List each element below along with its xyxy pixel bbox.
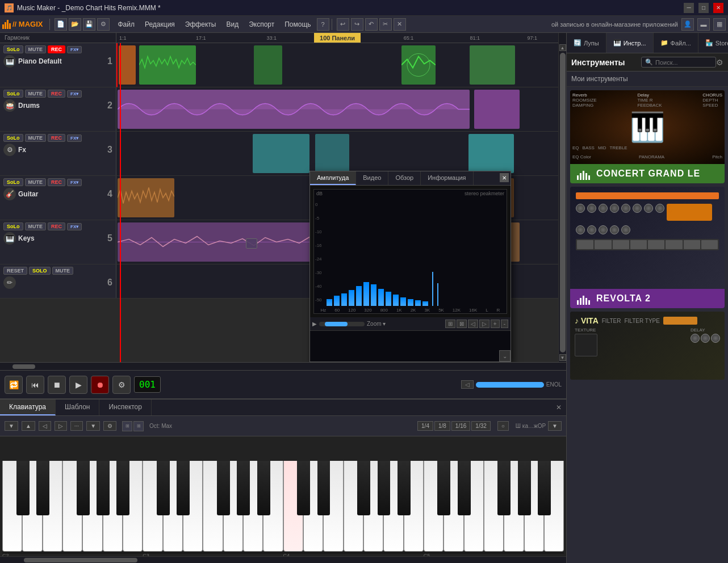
kb-arrow-up[interactable]: ▲ [22,421,35,431]
clip-2a[interactable] [118,90,470,129]
black-key-0[interactable] [16,461,30,515]
track-rec-1[interactable]: REC [48,45,65,53]
note-len-1-8[interactable]: 1/8 [434,421,450,431]
black-key-21[interactable] [437,461,450,515]
keyboard-close-button[interactable]: ✕ [551,400,566,415]
clip-1a[interactable] [119,45,136,85]
kb-dropdown[interactable]: ▼ [86,421,100,431]
track-mute-6[interactable]: MUTE [52,267,74,275]
clip-1d[interactable] [401,45,436,85]
track-rec-3[interactable]: REC [48,134,65,142]
undo-alt-button[interactable]: ↩ [337,18,349,31]
kb-arrow-down[interactable]: ▼ [5,421,18,431]
h-scroll-bar[interactable] [0,362,566,370]
analyzer-btn-1[interactable]: ⊞ [445,320,455,328]
track-mute-4[interactable]: MUTE [25,178,47,186]
kb-ellipsis[interactable]: ··· [70,421,83,431]
search-box[interactable]: 🔍 [641,57,716,68]
clip-5b-small[interactable] [246,238,257,249]
piano-hscroll-thumb[interactable] [24,558,137,562]
chord-dropdown[interactable]: ▼ [548,421,562,431]
view-icon-2[interactable]: ▦ [713,18,726,31]
clip-3b[interactable] [315,134,349,173]
record-mode-btn[interactable]: ○ [497,421,509,431]
tab-template[interactable]: Шаблон [56,400,99,415]
redo-button[interactable]: ↪ [351,18,363,31]
search-input[interactable] [655,59,712,66]
tab-files[interactable]: 📁 Файл... [654,33,698,53]
save-button[interactable]: 💾 [83,18,95,31]
settings-button[interactable]: ⚙ [97,18,110,31]
track-mute-5[interactable]: MUTE [25,222,47,230]
kb-left[interactable]: ◁ [39,421,51,431]
track-solo-6[interactable]: SOLO [29,267,51,275]
scroll-left-button[interactable]: ◁ [461,380,474,389]
help-icon[interactable]: ? [317,18,329,31]
instrument-vita[interactable]: ♪ VITA FILTER FILTER TYPE TEXTURE DEL [570,312,725,380]
black-key-10[interactable] [217,461,230,515]
settings-gear-icon[interactable]: ⚙ [716,58,723,67]
tab-store[interactable]: 🏪 Store [698,33,728,53]
tab-instruments[interactable]: 🎹 Инстр... [606,33,654,53]
menu-effects[interactable]: Эффекты [181,19,221,30]
kb-right[interactable]: ▷ [55,421,67,431]
analyzer-btn-2[interactable]: ⊠ [457,320,467,328]
tab-info[interactable]: Информация [421,171,473,185]
open-button[interactable]: 📂 [69,18,81,31]
clip-3c[interactable] [468,134,514,173]
note-len-1-4[interactable]: 1/4 [417,421,433,431]
menu-edit[interactable]: Редакция [140,19,179,30]
track-solo-3[interactable]: SoLo [3,134,23,142]
h-scroll-thumb[interactable] [12,364,35,369]
analyzer-btn-3[interactable]: ◁ [468,320,478,328]
track-fx-5[interactable]: FX▾ [67,223,82,230]
play-button[interactable]: ▶ [69,376,87,394]
clip-4a[interactable] [118,178,174,217]
black-key-19[interactable] [398,461,411,515]
kb-settings-btn[interactable]: ⚙ [103,421,116,431]
zoom-slider[interactable] [319,322,365,326]
clip-1b[interactable] [139,45,196,85]
menu-help[interactable]: Помощь [280,19,315,30]
undo-button[interactable]: ↶ [365,18,378,31]
cut-button[interactable]: ✂ [379,18,392,31]
settings-button[interactable]: ⚙ [112,376,131,394]
loop-button[interactable]: 🔁 [5,376,23,394]
note-btn-2[interactable]: ⊞ [133,421,144,431]
black-key-25[interactable] [518,461,531,515]
tab-keyboard[interactable]: Клавиатура [0,400,56,415]
black-key-3[interactable] [77,461,90,515]
black-key-5[interactable] [116,461,129,515]
scroll-thumb[interactable] [560,53,566,352]
analyzer-btn-6[interactable]: - [501,320,508,328]
tab-overview[interactable]: Обзор [388,171,421,185]
new-button[interactable]: 📄 [55,18,67,31]
black-key-14[interactable] [297,461,310,515]
instrument-revolta[interactable]: REVOLTA 2 [570,187,725,308]
track-solo-5[interactable]: SoLo [3,222,23,230]
track-solo-1[interactable]: SoLo [3,45,23,53]
analyzer-btn-4[interactable]: ▷ [479,320,489,328]
black-key-17[interactable] [357,461,370,515]
instrument-concert-grand[interactable]: 🎹 Reverb ROOMSIZE DAMPING Delay TIME R F… [570,90,725,183]
black-key-12[interactable] [257,461,270,515]
menu-export[interactable]: Экспорт [244,19,279,30]
track-fx-4[interactable]: FX▾ [67,179,82,186]
black-key-11[interactable] [237,461,250,515]
black-key-15[interactable] [317,461,330,515]
rewind-button[interactable]: ⏮ [26,376,44,394]
track-solo-4[interactable]: SoLo [3,178,23,186]
track-solo-2[interactable]: SoLo [3,90,23,98]
note-btn-1[interactable]: ⊞ [122,421,132,431]
transport-slider[interactable] [476,382,544,388]
delete-button[interactable]: ✕ [394,18,406,31]
tab-video[interactable]: Видео [356,171,388,185]
note-len-1-32[interactable]: 1/32 [471,421,490,431]
vertical-scrollbar[interactable]: ▲ ▼ [558,43,566,362]
record-button[interactable]: ⏺ [91,376,109,394]
track-fx-3[interactable]: FX▾ [67,135,82,142]
tab-loops[interactable]: 🔄 Лупы [567,33,606,53]
clip-1c[interactable] [254,45,282,85]
track-rec-4[interactable]: REC [48,178,65,186]
black-key-1[interactable] [36,461,49,515]
